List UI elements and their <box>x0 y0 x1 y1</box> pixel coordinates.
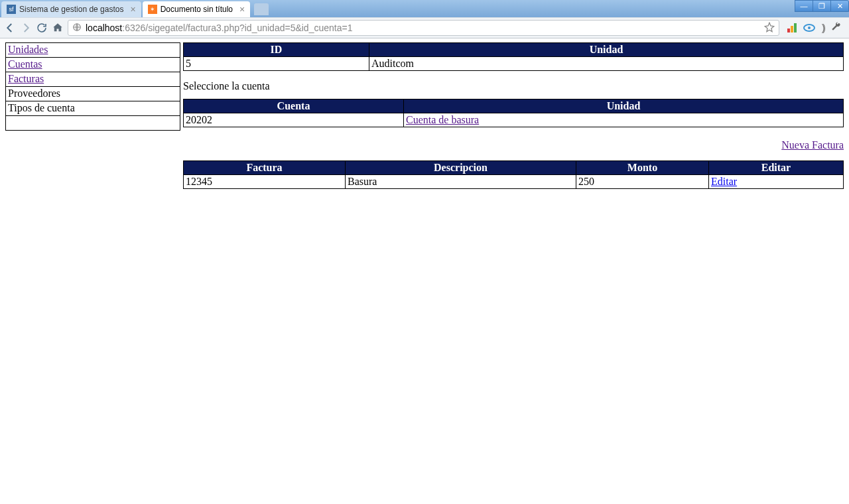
maximize-button[interactable]: ❐ <box>813 0 831 12</box>
sidebar-item-facturas[interactable]: Facturas <box>6 72 180 87</box>
window-controls: — ❐ ✕ <box>795 0 849 12</box>
home-button[interactable] <box>52 22 64 34</box>
factura-table: Factura Descripcion Monto Editar 12345 B… <box>183 160 844 189</box>
cuenta-table-header-cuenta: Cuenta <box>184 99 404 113</box>
close-tab-icon[interactable]: × <box>130 5 135 14</box>
reload-button[interactable] <box>36 22 48 34</box>
wave-icon[interactable]: )) <box>822 23 824 33</box>
new-factura-link[interactable]: Nueva Factura <box>781 139 844 151</box>
tab-title: Sistema de gestion de gastos <box>19 5 123 14</box>
sidebar-link-facturas[interactable]: Facturas <box>8 73 44 84</box>
minimize-button[interactable]: — <box>795 0 813 12</box>
globe-icon <box>72 23 82 34</box>
tab-title: Documento sin título <box>161 5 233 14</box>
sidebar-item-empty <box>6 116 180 131</box>
close-window-button[interactable]: ✕ <box>830 0 849 12</box>
sidebar-item-cuentas[interactable]: Cuentas <box>6 58 180 72</box>
unit-id-cell: 5 <box>184 57 369 71</box>
url-input[interactable]: localhost:6326/sigegatel/factura3.php?id… <box>68 20 779 36</box>
sidebar-item-proveedores[interactable]: Proveedores <box>6 87 180 101</box>
favicon-sf: sf <box>7 5 16 14</box>
cuenta-table-header-unidad: Unidad <box>404 99 844 113</box>
sidebar-link-unidades[interactable]: Unidades <box>8 44 48 55</box>
cuenta-link[interactable]: Cuenta de basura <box>406 114 479 125</box>
sidebar-link-cuentas[interactable]: Cuentas <box>8 58 42 70</box>
factura-header-factura: Factura <box>184 161 346 175</box>
factura-header-editar: Editar <box>709 161 844 175</box>
unit-table-header-unidad: Unidad <box>369 43 844 57</box>
sidebar-nav-table: Unidades Cuentas Facturas Proveedores Ti… <box>5 42 180 131</box>
cuenta-unidad-cell: Cuenta de basura <box>404 113 844 127</box>
factura-number-cell: 12345 <box>184 175 346 189</box>
unit-name-cell: Auditcom <box>369 57 844 71</box>
favicon-xampp: ✶ <box>148 5 157 14</box>
table-row: 12345 Basura 250 Editar <box>184 175 844 189</box>
cuenta-number-cell: 20202 <box>184 113 404 127</box>
new-factura-row: Nueva Factura <box>183 139 844 151</box>
factura-editar-cell: Editar <box>709 175 844 189</box>
main-area: ID Unidad 5 Auditcom Seleccione la cuent… <box>183 42 844 189</box>
table-row: 20202 Cuenta de basura <box>184 113 844 127</box>
unit-table: ID Unidad 5 Auditcom <box>183 42 844 71</box>
new-tab-button[interactable] <box>254 3 269 15</box>
sidebar-item-unidades[interactable]: Unidades <box>6 43 180 58</box>
signal-bars-icon[interactable] <box>787 23 797 32</box>
close-tab-icon[interactable]: × <box>239 5 245 14</box>
factura-header-monto: Monto <box>576 161 709 175</box>
sidebar: Unidades Cuentas Facturas Proveedores Ti… <box>5 42 180 131</box>
factura-desc-cell: Basura <box>346 175 576 189</box>
select-account-prompt: Seleccione la cuenta <box>183 80 844 92</box>
bookmark-star-icon[interactable] <box>764 22 775 34</box>
forward-button[interactable] <box>20 22 32 34</box>
eye-icon[interactable] <box>803 24 815 32</box>
browser-tab-strip: sf Sistema de gestion de gastos × ✶ Docu… <box>0 0 849 17</box>
editar-link[interactable]: Editar <box>711 176 737 187</box>
factura-header-descripcion: Descripcion <box>346 161 576 175</box>
browser-tab-active[interactable]: ✶ Documento sin título × <box>143 1 251 17</box>
back-button[interactable] <box>4 22 16 34</box>
sidebar-item-tipos-cuenta[interactable]: Tipos de cuenta <box>6 101 180 116</box>
unit-table-header-id: ID <box>184 43 369 57</box>
address-bar: localhost:6326/sigegatel/factura3.php?id… <box>0 17 849 38</box>
toolbar-right: )) <box>783 21 845 34</box>
table-row: 5 Auditcom <box>184 57 844 71</box>
factura-monto-cell: 250 <box>576 175 709 189</box>
browser-tab-inactive[interactable]: sf Sistema de gestion de gastos × <box>1 1 141 17</box>
url-text: localhost:6326/sigegatel/factura3.php?id… <box>86 23 352 33</box>
wrench-icon[interactable] <box>830 21 841 34</box>
cuenta-table: Cuenta Unidad 20202 Cuenta de basura <box>183 99 844 127</box>
page-content: Unidades Cuentas Facturas Proveedores Ti… <box>0 38 849 193</box>
